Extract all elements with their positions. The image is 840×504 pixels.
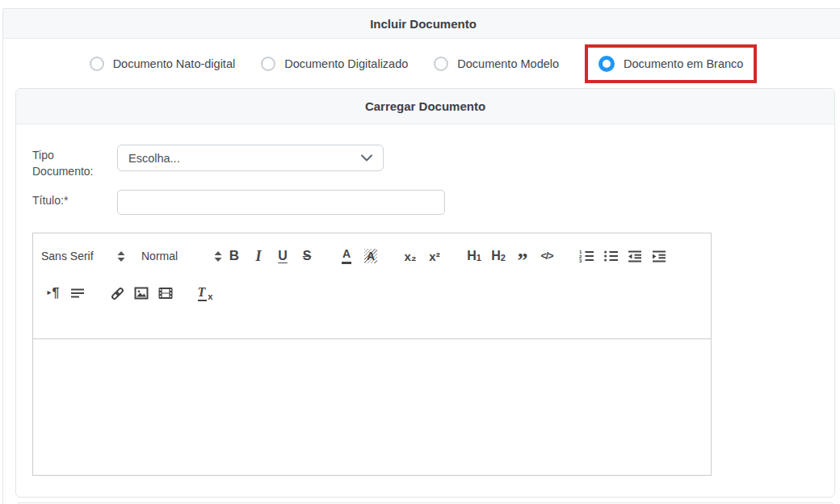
image-icon bbox=[134, 286, 149, 300]
font-picker-label: Sans Serif bbox=[41, 250, 94, 262]
outdent-button[interactable] bbox=[623, 245, 647, 267]
bullet-list-icon bbox=[603, 249, 619, 263]
card-body: Tipo Documento: Escolha... Título:* Sans… bbox=[16, 124, 834, 497]
italic-icon: I bbox=[255, 248, 261, 265]
blockquote-button[interactable]: ” bbox=[510, 245, 535, 267]
align-button[interactable] bbox=[65, 282, 90, 304]
updown-arrows-icon bbox=[214, 251, 222, 262]
toolbar-row-1: Sans Serif Normal B bbox=[41, 237, 703, 275]
subscript-button[interactable]: x₂ bbox=[398, 245, 422, 267]
outdent-icon bbox=[628, 249, 642, 263]
panel-title: Incluir Documento bbox=[3, 9, 840, 39]
text-color-button[interactable]: A bbox=[334, 245, 359, 267]
tipo-documento-row: Tipo Documento: Escolha... bbox=[32, 145, 834, 179]
format-group: B I U S bbox=[222, 245, 319, 267]
video-button[interactable] bbox=[153, 282, 178, 304]
italic-button[interactable]: I bbox=[246, 245, 271, 267]
header2-button[interactable]: H2 bbox=[486, 245, 510, 267]
underline-button[interactable]: U bbox=[271, 245, 295, 267]
radio-icon-modelo[interactable] bbox=[434, 57, 448, 71]
media-group bbox=[105, 282, 178, 304]
indent-icon bbox=[652, 249, 666, 263]
radio-label-modelo: Documento Modelo bbox=[457, 57, 559, 70]
link-icon bbox=[110, 286, 125, 301]
radio-item-documento-modelo[interactable]: Documento Modelo bbox=[434, 57, 559, 71]
text-direction-button[interactable]: ▸¶ bbox=[41, 282, 65, 304]
chevron-down-icon bbox=[361, 154, 372, 162]
code-block-button[interactable]: </> bbox=[535, 245, 559, 267]
highlight-box-documento-em-branco: Documento em Branco bbox=[585, 44, 757, 83]
radio-label-digitalizado: Documento Digitalizado bbox=[284, 57, 408, 70]
background-color-icon: A bbox=[364, 249, 377, 263]
strikethrough-icon: S bbox=[303, 249, 312, 263]
clean-group: Tx bbox=[193, 282, 217, 304]
tipo-documento-select[interactable]: Escolha... bbox=[117, 145, 384, 171]
color-group: A A bbox=[334, 245, 383, 267]
radio-item-documento-em-branco[interactable]: Documento em Branco bbox=[598, 56, 743, 72]
header1-number: 1 bbox=[477, 253, 481, 262]
text-color-icon: A bbox=[342, 248, 351, 263]
clean-formatting-x: x bbox=[208, 292, 212, 301]
clean-formatting-button[interactable]: Tx bbox=[193, 282, 217, 304]
radio-icon-digitalizado[interactable] bbox=[261, 57, 275, 71]
document-type-radio-group: Documento Nato-digital Documento Digital… bbox=[3, 39, 840, 88]
carregar-documento-card: Carregar Documento Tipo Documento: Escol… bbox=[15, 88, 835, 498]
blockquote-icon: ” bbox=[518, 257, 528, 265]
rich-text-editor: Sans Serif Normal B bbox=[32, 233, 712, 476]
underline-icon: U bbox=[278, 249, 288, 263]
strikethrough-button[interactable]: S bbox=[295, 245, 319, 267]
ordered-list-button[interactable]: 1 2 3 bbox=[574, 245, 598, 267]
video-icon bbox=[158, 286, 173, 300]
align-icon bbox=[70, 286, 85, 300]
panel-title-text: Incluir Documento bbox=[370, 17, 477, 31]
editor-toolbar: Sans Serif Normal B bbox=[32, 233, 712, 339]
svg-text:3: 3 bbox=[579, 258, 582, 263]
font-picker[interactable]: Sans Serif bbox=[41, 250, 125, 262]
editor-content-container bbox=[32, 339, 712, 476]
block-group: H1 H2 ” </> bbox=[462, 245, 559, 267]
radio-label-nato-digital: Documento Nato-digital bbox=[113, 57, 236, 70]
bullet-list-button[interactable] bbox=[598, 245, 623, 267]
indent-button[interactable] bbox=[647, 245, 671, 267]
clean-formatting-icon: T bbox=[198, 286, 208, 301]
text-direction-icon: ¶ bbox=[52, 286, 60, 300]
radio-item-documento-digitalizado[interactable]: Documento Digitalizado bbox=[261, 57, 408, 71]
superscript-icon: x² bbox=[429, 250, 439, 263]
card-title: Carregar Documento bbox=[16, 89, 834, 124]
radio-icon-nato-digital[interactable] bbox=[90, 57, 104, 71]
link-button[interactable] bbox=[105, 282, 129, 304]
titulo-label: Título:* bbox=[32, 190, 117, 215]
code-block-icon: </> bbox=[540, 250, 552, 262]
incluir-documento-panel: Incluir Documento Documento Nato-digital… bbox=[2, 8, 840, 504]
direction-arrow-icon: ▸ bbox=[48, 288, 52, 296]
ordered-list-icon: 1 2 3 bbox=[579, 249, 594, 263]
updown-arrows-icon bbox=[117, 251, 125, 262]
radio-label-em-branco: Documento em Branco bbox=[624, 57, 743, 70]
list-group: 1 2 3 bbox=[574, 245, 671, 267]
image-button[interactable] bbox=[129, 282, 153, 304]
size-picker[interactable]: Normal bbox=[141, 250, 222, 262]
tipo-documento-label: Tipo Documento: bbox=[32, 145, 117, 179]
bold-button[interactable]: B bbox=[222, 245, 246, 267]
size-picker-label: Normal bbox=[141, 250, 178, 262]
superscript-button[interactable]: x² bbox=[422, 245, 447, 267]
background-color-button[interactable]: A bbox=[359, 245, 383, 267]
radio-item-documento-nato-digital[interactable]: Documento Nato-digital bbox=[90, 57, 236, 71]
editor-content-area[interactable] bbox=[33, 339, 711, 475]
toolbar-row-2: ▸¶ bbox=[41, 275, 703, 312]
radio-icon-em-branco-selected[interactable] bbox=[598, 56, 615, 72]
subscript-icon: x₂ bbox=[404, 250, 416, 263]
card-title-text: Carregar Documento bbox=[365, 99, 485, 113]
tipo-documento-selected-value: Escolha... bbox=[128, 152, 180, 165]
titulo-row: Título:* bbox=[32, 190, 834, 215]
bold-icon: B bbox=[229, 248, 239, 264]
titulo-input[interactable] bbox=[117, 190, 445, 215]
header2-icon: H bbox=[491, 249, 501, 263]
header2-number: 2 bbox=[501, 253, 506, 262]
header1-button[interactable]: H1 bbox=[462, 245, 486, 267]
paragraph-group: ▸¶ bbox=[41, 282, 90, 304]
header1-icon: H bbox=[467, 249, 477, 263]
script-group: x₂ x² bbox=[398, 245, 447, 267]
